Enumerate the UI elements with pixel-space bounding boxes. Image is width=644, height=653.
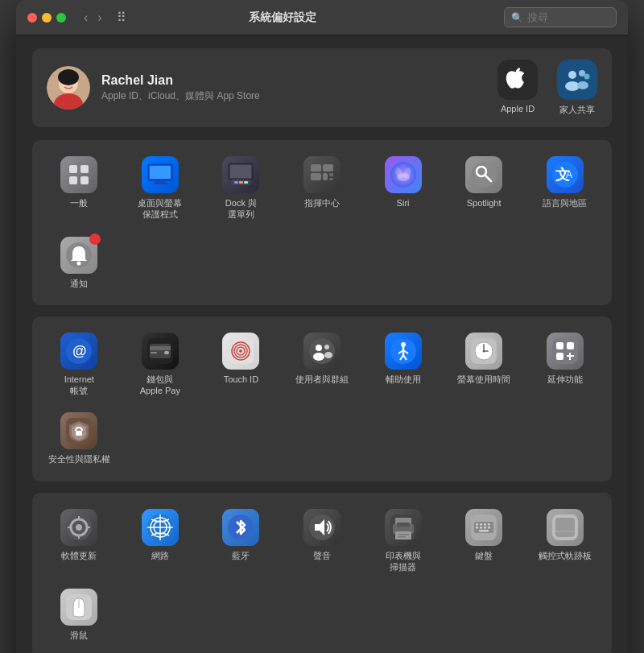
svg-point-10: [577, 81, 588, 89]
svg-text:A: A: [566, 169, 572, 180]
svg-rect-96: [395, 531, 411, 539]
profile-right: Apple ID 家人共享: [497, 60, 597, 116]
profile-name: Rachel Jian: [101, 73, 260, 88]
family-sharing-button[interactable]: 家人共享: [557, 60, 597, 116]
pref-dock[interactable]: Dock 與選單列: [202, 151, 280, 225]
wallet-icon: [142, 333, 179, 370]
svg-point-59: [324, 352, 332, 358]
icon-grid-3: 軟體更新: [40, 504, 604, 647]
svg-point-71: [483, 349, 485, 352]
svg-rect-48: [164, 351, 169, 354]
svg-rect-105: [476, 527, 478, 529]
accessibility-icon: [385, 333, 422, 370]
notification-icon: [60, 237, 97, 274]
pref-desktop[interactable]: 桌面與螢幕保護程式: [122, 151, 200, 225]
internet-label: Internet帳號: [64, 374, 94, 397]
pref-siri[interactable]: Siri: [364, 151, 442, 225]
system-preferences-window: ‹ › ⠿ 系統偏好設定 🔍: [16, 0, 628, 653]
pref-printer[interactable]: 印表機與掃描器: [364, 504, 442, 578]
network-icon: [142, 509, 179, 546]
general-icon: [60, 156, 97, 193]
pref-wallet[interactable]: 錢包與Apple Pay: [122, 328, 200, 402]
svg-rect-95: [397, 523, 410, 527]
pref-touchid[interactable]: Touch ID: [202, 328, 280, 402]
pref-mission[interactable]: 指揮中心: [283, 151, 361, 225]
accessibility-label: 輔助使用: [386, 374, 421, 385]
software-label: 軟體更新: [61, 550, 97, 561]
security-icon: [60, 412, 97, 449]
pref-keyboard[interactable]: 鍵盤: [445, 504, 523, 578]
apple-id-icon-box: [497, 60, 538, 100]
notification-label: 通知: [70, 278, 88, 289]
pref-extensions[interactable]: 延伸功能: [526, 328, 604, 402]
sound-label: 聲音: [313, 550, 331, 561]
svg-rect-108: [488, 527, 490, 529]
screentime-icon: [465, 333, 502, 370]
svg-rect-20: [230, 165, 251, 178]
pref-language[interactable]: 文 A 語言與地區: [526, 151, 604, 225]
pref-sound[interactable]: 聲音: [283, 504, 361, 578]
pref-internet[interactable]: @ Internet帳號: [40, 328, 118, 402]
pref-trackpad[interactable]: 觸控式軌跡板: [526, 504, 604, 578]
profile-subtitle: Apple ID、iCloud、媒體與 App Store: [101, 89, 260, 103]
svg-point-54: [239, 349, 242, 353]
grid-section-1: 一般 桌面與螢幕保護程式: [32, 140, 612, 305]
svg-rect-14: [80, 176, 89, 184]
pref-spotlight[interactable]: Spotlight: [445, 151, 523, 225]
desktop-label: 桌面與螢幕保護程式: [138, 197, 182, 221]
profile-section: Rachel Jian Apple ID、iCloud、媒體與 App Stor…: [32, 48, 612, 127]
svg-rect-12: [80, 165, 89, 173]
mission-label: 指揮中心: [304, 197, 340, 209]
svg-rect-103: [484, 523, 486, 526]
search-box[interactable]: 🔍: [504, 7, 617, 27]
svg-point-58: [324, 345, 329, 349]
svg-rect-97: [398, 534, 409, 535]
pref-notification[interactable]: 通知: [40, 232, 118, 294]
svg-rect-46: [150, 344, 171, 358]
icon-grid-1: 一般 桌面與螢幕保護程式: [40, 151, 604, 294]
notification-badge: [89, 234, 101, 245]
svg-point-80: [76, 524, 82, 531]
minimize-button[interactable]: [42, 13, 52, 23]
main-content: Rachel Jian Apple ID、iCloud、媒體與 App Stor…: [16, 35, 628, 653]
svg-rect-27: [311, 173, 321, 180]
svg-rect-84: [86, 527, 90, 528]
security-label: 安全性與隱私權: [48, 453, 110, 465]
pref-software[interactable]: 軟體更新: [40, 504, 118, 578]
mission-icon: [303, 156, 341, 193]
svg-rect-23: [239, 181, 243, 184]
close-button[interactable]: [27, 13, 37, 23]
titlebar: ‹ › ⠿ 系統偏好設定 🔍: [16, 0, 628, 35]
network-label: 網路: [151, 550, 169, 561]
pref-screentime[interactable]: 螢幕使用時間: [445, 328, 523, 402]
svg-rect-26: [323, 164, 333, 172]
pref-general[interactable]: 一般: [40, 151, 118, 225]
svg-rect-106: [480, 527, 482, 529]
svg-rect-77: [76, 431, 82, 436]
svg-rect-17: [155, 180, 165, 183]
svg-rect-102: [480, 523, 482, 526]
pref-bluetooth[interactable]: 藍牙: [202, 504, 280, 578]
svg-rect-29: [329, 173, 333, 176]
spotlight-icon: [465, 156, 502, 193]
profile-info: Rachel Jian Apple ID、iCloud、媒體與 App Stor…: [101, 73, 260, 103]
svg-rect-81: [78, 516, 80, 520]
traffic-lights: [27, 13, 66, 23]
maximize-button[interactable]: [56, 13, 66, 23]
pref-users[interactable]: 使用者與群組: [283, 328, 361, 402]
general-label: 一般: [70, 197, 88, 209]
siri-icon: [385, 156, 422, 193]
search-input[interactable]: [527, 11, 609, 23]
pref-accessibility[interactable]: 輔助使用: [364, 328, 442, 402]
grid-section-2: @ Internet帳號: [32, 316, 612, 481]
apple-id-button[interactable]: Apple ID: [497, 60, 538, 116]
pref-network[interactable]: 網路: [122, 504, 200, 578]
svg-rect-98: [398, 536, 406, 538]
pref-security[interactable]: 安全性與隱私權: [40, 407, 118, 469]
software-icon: [60, 509, 97, 546]
pref-mouse[interactable]: 滑鼠: [40, 584, 118, 646]
siri-label: Siri: [397, 197, 410, 209]
mouse-label: 滑鼠: [70, 630, 88, 641]
svg-rect-72: [552, 338, 578, 364]
avatar[interactable]: [47, 66, 90, 110]
